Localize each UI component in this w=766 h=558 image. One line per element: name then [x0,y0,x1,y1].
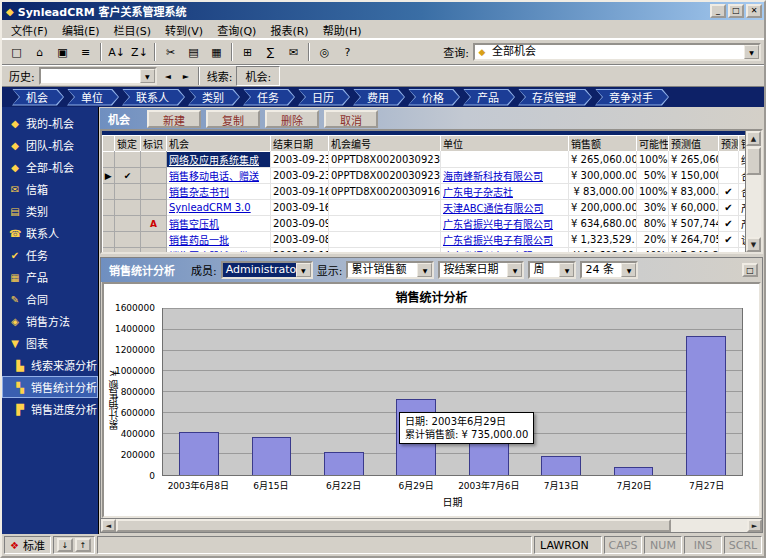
calculator-icon[interactable]: ∑ [259,42,282,62]
scroll-up-button[interactable]: ▲ [746,131,761,146]
column-header-8[interactable]: 销售额 [569,136,637,152]
copy-icon[interactable]: ▤ [182,42,205,62]
sidebar-item-6[interactable]: ☎联系人 [2,222,98,244]
sidebar-item-8[interactable]: ▦产品 [2,266,98,288]
opportunity-link[interactable]: SynleadCRM 3.0 [169,202,251,213]
scrollbar-track[interactable] [116,519,747,532]
sidebar-item-5[interactable]: ▤类别 [2,200,98,222]
tab-item-11[interactable]: 竞争对手 [595,89,669,106]
sidebar-item-12[interactable]: ▙线索来源分析 [2,354,98,376]
date-basis-combo[interactable]: 按结案日期▼ [438,261,524,279]
tab-item-3[interactable]: 联系人 [122,89,185,106]
status-up-button[interactable]: ↑ [75,538,91,552]
query-combo[interactable]: ◆ 全部机会 ▼ [473,43,761,61]
dropdown-arrow-icon[interactable]: ▼ [559,263,574,277]
close-button[interactable]: ✕ [746,4,762,18]
menu-item-6[interactable]: 报表(R) [263,20,315,40]
menu-item-7[interactable]: 帮助(H) [316,20,369,40]
tab-item-6[interactable]: 日历 [298,89,350,106]
menu-item-3[interactable]: 栏目(S) [106,20,158,40]
opportunity-link[interactable]: 销售药品一批 [169,235,229,246]
bar[interactable] [179,432,219,475]
save-icon[interactable]: ▣ [51,42,74,62]
sidebar-item-1[interactable]: ◆我的-机会 [2,112,98,134]
history-forward-button[interactable]: ► [177,68,195,85]
history-combo[interactable]: ▼ [39,67,157,85]
table-row[interactable]: A销售空压机2003-09-09广东省振兴电子有限公司¥ 634,680.008… [103,216,746,232]
company-link[interactable]: 广东电子杂志社 [443,187,513,198]
copy-button[interactable]: 复制 [206,110,260,128]
company-link[interactable]: 天津ABC通信有限公司 [443,203,544,214]
print-icon[interactable]: ≡ [74,42,97,62]
opportunity-link[interactable]: 网络及应用系统集成 [169,155,259,166]
table-icon[interactable]: ⊞ [236,42,259,62]
sidebar-item-10[interactable]: ◈销售方法 [2,310,98,332]
dropdown-arrow-icon[interactable]: ▼ [744,45,759,59]
column-header-5[interactable]: 结束日期 [271,136,329,152]
menu-item-5[interactable]: 查询(Q) [210,20,263,40]
table-row[interactable]: SynleadCRM 3.02003-09-16天津ABC通信有限公司¥ 200… [103,200,746,216]
scroll-down-button[interactable]: ▼ [746,237,761,252]
scroll-left-button[interactable]: ◄ [101,519,116,532]
maximize-button[interactable]: □ [728,4,744,18]
column-header-4[interactable]: 机会 [167,136,271,152]
dropdown-arrow-icon[interactable]: ▼ [417,263,432,277]
bar[interactable] [324,452,364,475]
table-row[interactable]: 网络及应用系统集成2003-09-230PPTD8X0020030923001¥… [103,152,746,168]
column-header-3[interactable]: 标识 [141,136,167,152]
tab-item-10[interactable]: 存货管理 [518,89,592,106]
column-header-7[interactable]: 单位 [441,136,569,152]
new-icon[interactable]: □ [5,42,28,62]
sort-ascending-icon[interactable]: A↓ [105,42,128,62]
opportunity-link[interactable]: 销售空压机 [169,219,219,230]
dropdown-arrow-icon[interactable]: ▼ [140,69,155,83]
bar[interactable] [686,336,726,475]
sort-descending-icon[interactable]: Z↓ [128,42,151,62]
table-row[interactable]: 销售医疗器械一批2003-08-11广东省振兴电子有限公司¥ 19,602.00… [103,248,746,253]
menu-item-2[interactable]: 编辑(E) [55,20,107,40]
mail-icon[interactable]: ✉ [282,42,305,62]
sidebar-item-11[interactable]: ▼图表 [2,332,98,354]
delete-button[interactable]: 删除 [265,110,319,128]
tab-item-5[interactable]: 任务 [243,89,295,106]
table-row[interactable]: 销售药品一批2003-09-08广东省振兴电子有限公司¥ 1,323,529.2… [103,232,746,248]
cancel-button[interactable]: 取消 [324,110,378,128]
tab-item-4[interactable]: 类别 [188,89,240,106]
minimize-button[interactable]: _ [710,4,726,18]
opportunity-link[interactable]: 销售杂志书刊 [169,187,229,198]
sidebar-item-13[interactable]: ▚销售统计分析 [2,376,98,398]
count-combo[interactable]: 24 条▼ [580,261,638,279]
opportunity-link[interactable]: 销售医疗器械一批 [169,251,249,252]
paste-icon[interactable]: ▦ [205,42,228,62]
menu-item-1[interactable]: 文件(F) [4,20,55,40]
scroll-right-button[interactable]: ► [747,519,762,532]
table-row[interactable]: 销售杂志书刊2003-09-160PPTD8X0020030916001广东电子… [103,184,746,200]
company-link[interactable]: 广东省振兴电子有限公司 [443,219,553,230]
company-link[interactable]: 海南蜂新科技有限公司 [443,171,543,182]
tab-item-8[interactable]: 价格 [408,89,460,106]
sidebar-item-2[interactable]: ◆团队-机会 [2,134,98,156]
find-icon[interactable]: ◎ [313,42,336,62]
dropdown-arrow-icon[interactable]: ▼ [296,263,311,277]
tab-item-2[interactable]: 单位 [67,89,119,106]
scrollbar-thumb[interactable] [746,147,761,175]
period-combo[interactable]: 周▼ [528,261,576,279]
sidebar-item-14[interactable]: ▛销售进度分析 [2,398,98,420]
bar[interactable] [541,456,581,475]
column-header-9[interactable]: 可能性 [637,136,669,152]
tab-item-1[interactable]: 机会 [12,89,64,106]
bar[interactable] [252,437,292,475]
menu-item-4[interactable]: 转到(V) [158,20,210,40]
sidebar-item-3[interactable]: ◆全部-机会 [2,156,98,178]
chart-horizontal-scrollbar[interactable]: ◄ ► [101,518,762,532]
history-back-button[interactable]: ◄ [159,68,177,85]
new-button[interactable]: 新建 [147,110,201,128]
column-header-10[interactable]: 预测值 [669,136,719,152]
scrollbar-thumb[interactable] [116,519,671,532]
column-header-6[interactable]: 机会编号 [329,136,441,152]
tab-item-9[interactable]: 产品 [463,89,515,106]
column-header-1[interactable] [103,136,115,152]
table-row[interactable]: ▶✔销售移动电话、赠送2003-09-230PPTD8X002003092300… [103,168,746,184]
chart-maximize-button[interactable]: □ [742,263,758,277]
company-link[interactable]: 广东省振兴电子有限公司 [443,251,553,252]
